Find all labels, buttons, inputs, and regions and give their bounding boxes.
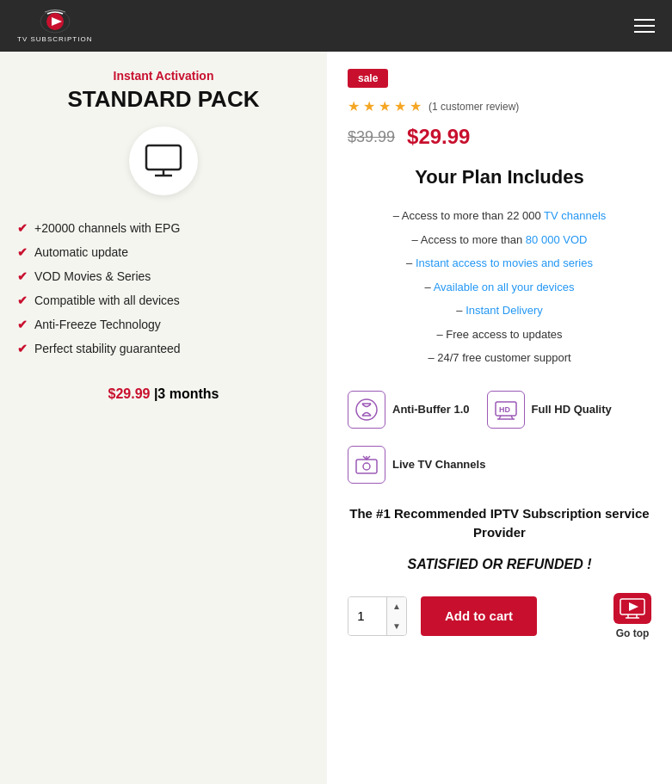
review-text: (1 customer review)	[428, 101, 519, 113]
monitor-icon	[145, 144, 182, 178]
star-1: ★	[348, 98, 360, 114]
feature-item-3: ✔ VOD Movies & Series	[17, 264, 310, 288]
anti-buffer-icon-box	[348, 391, 385, 429]
feature-label-6: Perfect stability guaranteed	[34, 342, 181, 355]
live-tv-feature: Live TV Channels	[348, 446, 485, 484]
quantity-arrows: ▲ ▼	[386, 596, 406, 636]
feature-label-3: VOD Movies & Series	[34, 269, 151, 283]
hd-quality-label: Full HD Quality	[532, 403, 612, 416]
pricing-row: $39.99 $29.99	[348, 125, 651, 149]
svg-marker-16	[629, 602, 638, 611]
plan-feature-5: – Instant Delivery	[348, 299, 651, 323]
feature-item-5: ✔ Anti-Freeze Technology	[17, 312, 310, 336]
hd-quality-icon: HD	[494, 398, 518, 422]
plan-feature-4: – Available on all your devices	[348, 275, 651, 299]
left-panel: Instant Activation STANDARD PACK ✔ +2000…	[0, 52, 327, 784]
feature-item-1: ✔ +20000 channels with EPG	[17, 216, 310, 240]
plan-feature-1: – Access to more than 22 000 TV channels	[348, 204, 651, 228]
live-tv-label: Live TV Channels	[392, 458, 485, 471]
new-price: $29.99	[407, 125, 470, 149]
left-panel-price-amount: $29.99	[108, 386, 151, 401]
check-icon-6: ✔	[17, 342, 28, 355]
plan-includes-title: Your Plan Includes	[348, 166, 651, 188]
plan-feature-7: – 24/7 free customer support	[348, 346, 651, 370]
stars-row: ★ ★ ★ ★ ★ (1 customer review)	[348, 98, 651, 114]
plan-feature-6: – Free access to updates	[348, 323, 651, 347]
add-to-cart-button[interactable]: Add to cart	[421, 596, 537, 636]
feature-label-4: Compatible with all devices	[34, 293, 180, 307]
live-tv-icon-box	[348, 446, 385, 484]
add-to-cart-row: ▲ ▼ Add to cart Go top	[348, 593, 651, 639]
go-top-label: Go top	[616, 627, 650, 639]
recommended-text: The #1 Recommended IPTV Subscription ser…	[348, 504, 651, 543]
anti-buffer-label: Anti-Buffer 1.0	[392, 403, 470, 416]
logo: TV SUBSCRIPTION	[17, 9, 92, 43]
logo-label: TV SUBSCRIPTION	[17, 35, 92, 43]
plan-features-list: – Access to more than 22 000 TV channels…	[348, 204, 651, 370]
star-4: ★	[394, 98, 406, 114]
sale-badge: sale	[348, 69, 388, 88]
feature-label-5: Anti-Freeze Technology	[34, 318, 161, 331]
check-icon-5: ✔	[17, 318, 28, 331]
old-price: $39.99	[348, 128, 395, 146]
check-icon-1: ✔	[17, 221, 28, 235]
right-panel: sale ★ ★ ★ ★ ★ (1 customer review) $39.9…	[327, 52, 672, 784]
check-icon-4: ✔	[17, 293, 28, 307]
live-tv-icon	[354, 453, 379, 477]
plan-feature-3: – Instant access to movies and series	[348, 251, 651, 275]
star-3: ★	[379, 98, 391, 114]
star-5: ★	[410, 98, 422, 114]
header: TV SUBSCRIPTION	[0, 0, 672, 52]
quantity-wrapper: ▲ ▼	[348, 596, 407, 636]
star-2: ★	[363, 98, 375, 114]
svg-rect-3	[146, 145, 181, 170]
satisfied-text: SATISFIED OR REFUNDED !	[348, 557, 651, 572]
plan-feature-2: – Access to more than 80 000 VOD	[348, 228, 651, 252]
feature-icons-row: Anti-Buffer 1.0 HD Full HD Quality	[348, 391, 651, 484]
hamburger-menu[interactable]	[634, 19, 655, 33]
instant-activation-label: Instant Activation	[17, 69, 310, 83]
check-icon-3: ✔	[17, 269, 28, 283]
go-top-icon	[613, 593, 651, 624]
hd-quality-feature: HD Full HD Quality	[487, 391, 612, 429]
features-list: ✔ +20000 channels with EPG ✔ Automatic u…	[17, 216, 310, 361]
feature-item-6: ✔ Perfect stability guaranteed	[17, 336, 310, 361]
hd-quality-icon-box: HD	[487, 391, 525, 429]
svg-point-13	[363, 463, 370, 470]
pack-title: STANDARD PACK	[17, 86, 310, 113]
hamburger-line-2	[634, 25, 655, 27]
logo-icon	[39, 9, 71, 34]
left-panel-price-period: |3 months	[154, 386, 219, 401]
anti-buffer-icon	[354, 398, 379, 422]
go-top-button[interactable]: Go top	[613, 593, 651, 639]
anti-buffer-feature: Anti-Buffer 1.0	[348, 391, 470, 429]
monitor-icon-container	[17, 127, 310, 195]
svg-point-6	[356, 399, 377, 420]
feature-label-1: +20000 channels with EPG	[34, 221, 180, 235]
monitor-circle	[129, 127, 198, 195]
tv-icon	[620, 598, 645, 619]
left-panel-price: $29.99 |3 months	[17, 386, 310, 402]
check-icon-2: ✔	[17, 245, 28, 259]
quantity-down-arrow[interactable]: ▼	[387, 616, 406, 636]
feature-label-2: Automatic update	[34, 245, 128, 259]
feature-item-2: ✔ Automatic update	[17, 240, 310, 264]
hamburger-line-3	[634, 31, 655, 33]
hamburger-line-1	[634, 19, 655, 21]
svg-text:HD: HD	[499, 405, 510, 414]
quantity-up-arrow[interactable]: ▲	[387, 596, 406, 616]
main-content: Instant Activation STANDARD PACK ✔ +2000…	[0, 52, 672, 784]
svg-rect-12	[356, 460, 377, 473]
feature-item-4: ✔ Compatible with all devices	[17, 288, 310, 312]
quantity-input[interactable]	[348, 596, 386, 636]
